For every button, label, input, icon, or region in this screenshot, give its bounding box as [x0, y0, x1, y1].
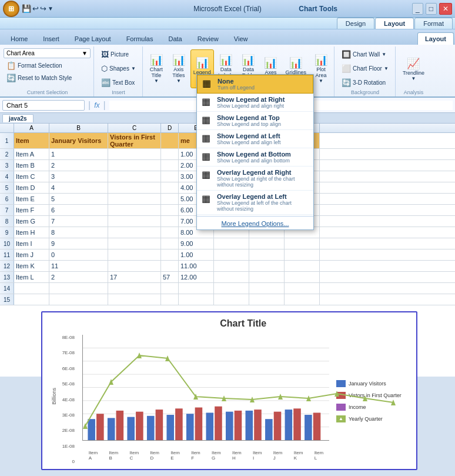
- legend-bottom-option[interactable]: ▦ Show Legend at Bottom Show Legend and …: [197, 148, 313, 167]
- grid-cell[interactable]: [161, 261, 179, 271]
- grid-cell[interactable]: Item H: [14, 227, 49, 238]
- grid-cell[interactable]: [249, 294, 285, 305]
- tab-layout[interactable]: Layout: [375, 18, 414, 29]
- chart-title-btn[interactable]: 📊 ChartTitle ▼: [146, 49, 167, 88]
- grid-cell[interactable]: [161, 194, 179, 204]
- legend-overlay-left-option[interactable]: ▦ Overlay Legend at Left Show Legend at …: [197, 191, 313, 215]
- more-legend-options-btn[interactable]: More Legend Options...: [197, 218, 313, 229]
- table-row[interactable]: 15: [0, 294, 455, 305]
- grid-cell[interactable]: Vistors in First Quarter: [108, 133, 161, 148]
- grid-cell[interactable]: [285, 261, 320, 271]
- grid-cell[interactable]: [108, 216, 161, 227]
- grid-cell[interactable]: Item: [14, 133, 49, 148]
- grid-cell[interactable]: Item G: [14, 216, 49, 227]
- grid-cell[interactable]: [161, 294, 179, 305]
- grid-cell[interactable]: [285, 283, 320, 294]
- grid-cell[interactable]: [161, 238, 179, 249]
- grid-cell[interactable]: [108, 283, 161, 294]
- 3d-rotation-btn[interactable]: 🔄 3-D Rotation: [339, 76, 392, 89]
- grid-cell[interactable]: [214, 294, 249, 305]
- grid-cell[interactable]: [108, 194, 161, 204]
- grid-cell[interactable]: [14, 283, 49, 294]
- sheet-tab-java2s[interactable]: java2s: [2, 114, 34, 122]
- grid-cell[interactable]: [249, 261, 285, 271]
- grid-cell[interactable]: [108, 238, 161, 249]
- format-selection-btn[interactable]: 📋 Format Selection: [4, 59, 91, 72]
- grid-cell[interactable]: [214, 261, 249, 271]
- grid-cell[interactable]: [249, 249, 285, 260]
- grid-cell[interactable]: January Visitors: [49, 133, 108, 148]
- grid-cell[interactable]: [161, 283, 179, 294]
- grid-cell[interactable]: [108, 227, 161, 238]
- table-row[interactable]: 13Item L2175712.00: [0, 272, 455, 283]
- grid-cell[interactable]: [108, 160, 161, 171]
- tab-home[interactable]: Home: [3, 32, 35, 45]
- legend-right-option[interactable]: ▦ Show Legend at Right Show Legend and a…: [197, 94, 313, 112]
- grid-cell[interactable]: 0: [49, 249, 108, 260]
- grid-cell[interactable]: [161, 160, 179, 171]
- tab-design[interactable]: Design: [337, 18, 374, 29]
- legend-overlay-right-option[interactable]: ▦ Overlay Legend at Right Show Legend at…: [197, 167, 313, 191]
- grid-cell[interactable]: [108, 294, 161, 305]
- grid-cell[interactable]: 5: [49, 194, 108, 204]
- col-header-a[interactable]: A: [14, 124, 49, 132]
- grid-cell[interactable]: 9: [49, 238, 108, 249]
- grid-cell[interactable]: 8: [49, 227, 108, 238]
- grid-cell[interactable]: 11.00: [179, 261, 214, 271]
- grid-cell[interactable]: [161, 249, 179, 260]
- undo-icon[interactable]: ↩: [32, 4, 39, 13]
- grid-cell[interactable]: Item B: [14, 160, 49, 171]
- grid-cell[interactable]: [214, 238, 249, 249]
- grid-cell[interactable]: [214, 283, 249, 294]
- text-box-btn[interactable]: 🔤 Text Box: [98, 76, 139, 89]
- grid-cell[interactable]: [179, 294, 214, 305]
- grid-cell[interactable]: [49, 283, 108, 294]
- col-header-b[interactable]: B: [49, 124, 108, 132]
- col-header-d[interactable]: D: [161, 124, 179, 132]
- grid-cell[interactable]: [285, 294, 320, 305]
- grid-cell[interactable]: [249, 238, 285, 249]
- grid-cell[interactable]: [285, 238, 320, 249]
- chart-area-dropdown[interactable]: Chart Area ▼: [4, 48, 91, 58]
- grid-cell[interactable]: [214, 272, 249, 282]
- office-button[interactable]: ⊞: [3, 1, 19, 17]
- legend-left-option[interactable]: ▦ Show Legend at Left Show Legend and al…: [197, 130, 313, 148]
- grid-cell[interactable]: [249, 272, 285, 282]
- grid-cell[interactable]: 57: [161, 272, 179, 282]
- grid-cell[interactable]: 1: [49, 149, 108, 159]
- grid-cell[interactable]: [285, 249, 320, 260]
- grid-cell[interactable]: [161, 133, 179, 148]
- grid-cell[interactable]: [161, 182, 179, 193]
- restore-btn[interactable]: □: [426, 3, 437, 15]
- tab-formulas[interactable]: Formulas: [119, 32, 161, 45]
- redo-icon[interactable]: ↪: [40, 4, 46, 13]
- grid-cell[interactable]: [214, 249, 249, 260]
- grid-cell[interactable]: [49, 294, 108, 305]
- grid-cell[interactable]: [14, 294, 49, 305]
- col-header-c[interactable]: C: [108, 124, 161, 132]
- grid-cell[interactable]: Item F: [14, 205, 49, 215]
- grid-cell[interactable]: 9.00: [179, 238, 214, 249]
- tab-data[interactable]: Data: [160, 32, 189, 45]
- grid-cell[interactable]: [108, 261, 161, 271]
- grid-cell[interactable]: [108, 149, 161, 159]
- grid-cell[interactable]: 11: [49, 261, 108, 271]
- shapes-btn[interactable]: ⬡ Shapes ▼: [98, 62, 139, 75]
- legend-none-option[interactable]: ▦ None Turn off Legend: [197, 75, 313, 94]
- picture-btn[interactable]: 🖼 Picture: [98, 48, 139, 61]
- reset-to-match-style-btn[interactable]: 🔄 Reset to Match Style: [4, 72, 91, 84]
- trendline-btn[interactable]: 📈 Trendline ▼: [400, 49, 427, 88]
- table-row[interactable]: 10Item I99.00: [0, 238, 455, 249]
- grid-cell[interactable]: [161, 227, 179, 238]
- grid-cell[interactable]: Item E: [14, 194, 49, 204]
- grid-cell[interactable]: Item C: [14, 171, 49, 182]
- grid-cell[interactable]: 2: [49, 272, 108, 282]
- grid-cell[interactable]: Item A: [14, 149, 49, 159]
- table-row[interactable]: 12Item K1111.00: [0, 261, 455, 272]
- grid-cell[interactable]: 4: [49, 182, 108, 193]
- legend-top-option[interactable]: ▦ Show Legend at Top Show Legend and top…: [197, 112, 313, 130]
- save-icon[interactable]: 💾: [22, 4, 31, 13]
- grid-cell[interactable]: [161, 205, 179, 215]
- grid-cell[interactable]: [285, 272, 320, 282]
- grid-cell[interactable]: [161, 171, 179, 182]
